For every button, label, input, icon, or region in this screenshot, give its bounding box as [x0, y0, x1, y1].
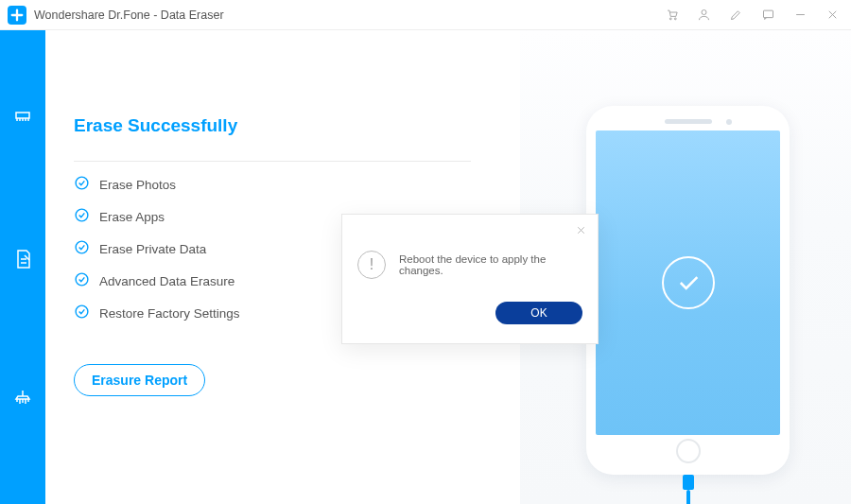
- list-item-label: Erase Photos: [99, 178, 176, 192]
- ok-button[interactable]: OK: [495, 302, 582, 324]
- reboot-dialog: ! Reboot the device to apply the changes…: [341, 214, 599, 344]
- svg-point-0: [669, 18, 671, 20]
- cable-illustration: [680, 475, 697, 504]
- app-logo: [8, 6, 26, 25]
- success-check-icon: [662, 256, 715, 309]
- svg-point-2: [702, 10, 706, 15]
- svg-point-7: [76, 273, 88, 286]
- dialog-message: Reboot the device to apply the changes.: [399, 253, 582, 276]
- check-icon: [74, 207, 90, 226]
- sidebar-item-eraser[interactable]: [9, 106, 36, 132]
- svg-point-5: [76, 209, 88, 221]
- svg-rect-3: [763, 10, 773, 18]
- erasure-report-button[interactable]: Erasure Report: [74, 364, 205, 396]
- window-title: Wondershare Dr.Fone - Data Eraser: [34, 9, 664, 22]
- page-heading: Erase Successfully: [74, 115, 471, 136]
- svg-point-4: [76, 177, 88, 189]
- svg-point-1: [674, 18, 676, 20]
- edit-icon[interactable]: [728, 8, 743, 23]
- svg-point-8: [76, 305, 88, 318]
- warning-icon: !: [357, 251, 386, 279]
- title-bar: Wondershare Dr.Fone - Data Eraser: [0, 0, 851, 30]
- home-button-icon: [676, 439, 701, 463]
- sidebar-item-report[interactable]: [9, 246, 36, 272]
- content-area: Erase Successfully Erase Photos Erase Ap…: [45, 30, 851, 504]
- check-icon: [74, 304, 90, 322]
- list-item-label: Advanced Data Erasure: [99, 274, 234, 288]
- sidebar-item-cleanup[interactable]: [9, 386, 36, 412]
- dialog-close-button[interactable]: [573, 222, 588, 237]
- check-icon: [74, 239, 90, 258]
- sidebar: [0, 30, 45, 504]
- close-button[interactable]: [825, 8, 840, 23]
- list-item-label: Restore Factory Settings: [99, 306, 240, 321]
- svg-point-6: [76, 241, 88, 253]
- phone-illustration: [586, 106, 790, 475]
- check-icon: [74, 271, 90, 290]
- list-item: Erase Photos: [74, 175, 471, 194]
- feedback-icon[interactable]: [760, 8, 775, 23]
- list-item-label: Erase Apps: [99, 210, 165, 224]
- user-icon[interactable]: [696, 8, 711, 23]
- list-item-label: Erase Private Data: [99, 242, 206, 256]
- check-icon: [74, 175, 90, 194]
- cart-icon[interactable]: [664, 8, 679, 23]
- minimize-button[interactable]: [792, 8, 808, 23]
- phone-screen: [596, 130, 780, 435]
